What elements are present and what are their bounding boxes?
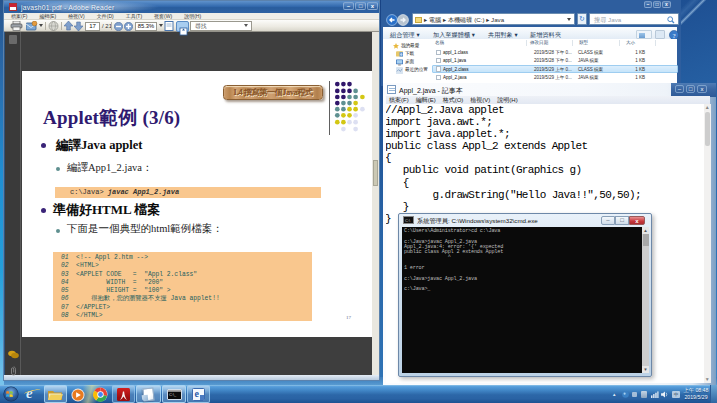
svg-text:?: ?	[672, 31, 675, 39]
